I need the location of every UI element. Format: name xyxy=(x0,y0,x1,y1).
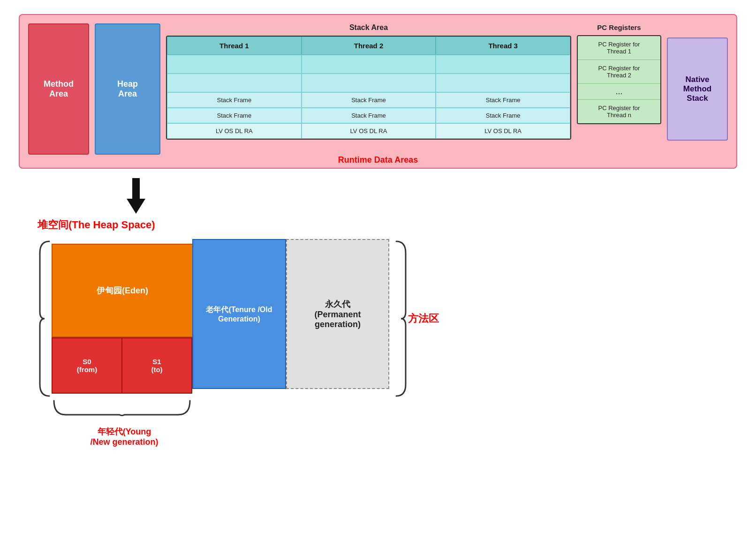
heap-space-diagram: 伊甸园(Eden) S0 (from) S1 (to) 老年代(Tenure /… xyxy=(19,239,737,398)
s0-cell: S0 (from) xyxy=(52,337,122,394)
young-generation-column: 伊甸园(Eden) S0 (from) S1 (to) xyxy=(52,244,192,394)
s1-label: S1 (to) xyxy=(151,358,162,374)
sf-t1-r2: Stack Frame xyxy=(167,108,302,123)
heap-area: Heap Area xyxy=(95,23,160,155)
pc-reg-n: PC Register forThread n xyxy=(578,100,660,123)
native-method-stack-box: Native Method Stack xyxy=(667,37,728,141)
sf-t1-r1: Stack Frame xyxy=(167,92,302,108)
empty-t3-r2 xyxy=(436,74,570,92)
right-brace-section: 方法区 xyxy=(394,239,439,398)
sf-t3-r2: Stack Frame xyxy=(436,108,570,123)
method-area-label: Method Area xyxy=(44,79,74,99)
empty-row-1 xyxy=(167,55,570,74)
pc-registers-section: PC Registers PC Register forThread 1 PC … xyxy=(577,23,661,155)
stack-threads-container: Thread 1 Thread 2 Thread 3 Stack Frame S… xyxy=(166,36,571,140)
empty-row-2 xyxy=(167,74,570,92)
thread-1-header: Thread 1 xyxy=(167,37,302,55)
lv-t2: LV OS DL RA xyxy=(302,123,436,139)
young-gen-label: 年轻代(Young /New generation) xyxy=(52,426,192,447)
native-method-stack-section: Native Method Stack xyxy=(667,23,728,155)
method-area-right-label: 方法区 xyxy=(408,312,439,326)
empty-t2-r2 xyxy=(302,74,436,92)
pc-registers-label: PC Registers xyxy=(597,23,641,31)
heap-area-label: Heap Area xyxy=(117,79,138,99)
pc-registers-box: PC Register forThread 1 PC Register forT… xyxy=(577,35,661,124)
runtime-label: Runtime Data Areas xyxy=(338,155,418,165)
stack-frame-row-2: Stack Frame Stack Frame Stack Frame xyxy=(167,108,570,123)
stack-frame-row-1: Stack Frame Stack Frame Stack Frame xyxy=(167,92,570,108)
method-area-brace-icon xyxy=(394,239,408,398)
perm-generation-cell: 永久代 (Permanent generation) xyxy=(286,239,389,389)
empty-t1-r1 xyxy=(167,55,302,74)
old-gen-label: 老年代(Tenure /Old Generation) xyxy=(206,305,272,323)
svg-marker-0 xyxy=(127,178,145,214)
pc-reg-dots: ... xyxy=(578,84,660,100)
pc-reg-2: PC Register forThread 2 xyxy=(578,60,660,84)
eden-cell: 伊甸园(Eden) xyxy=(52,244,192,337)
eden-label: 伊甸园(Eden) xyxy=(97,285,148,296)
sf-t2-r1: Stack Frame xyxy=(302,92,436,108)
empty-t3-r1 xyxy=(436,55,570,74)
stack-area-label: Stack Area xyxy=(349,23,388,32)
empty-t2-r1 xyxy=(302,55,436,74)
empty-t1-r2 xyxy=(167,74,302,92)
s1-cell: S1 (to) xyxy=(122,337,192,394)
arrow-section xyxy=(19,178,737,216)
lv-t1: LV OS DL RA xyxy=(167,123,302,139)
survivor-row: S0 (from) S1 (to) xyxy=(52,337,192,394)
young-gen-brace-icon xyxy=(52,398,192,417)
s0-label: S0 (from) xyxy=(77,358,97,374)
young-gen-brace-section: 年轻代(Young /New generation) xyxy=(19,398,737,447)
stack-area-section: Stack Area Thread 1 Thread 2 Thread 3 S xyxy=(166,23,571,155)
method-area: Method Area xyxy=(28,23,89,155)
sf-t2-r2: Stack Frame xyxy=(302,108,436,123)
sf-t3-r1: Stack Frame xyxy=(436,92,570,108)
heap-space-brace-icon xyxy=(38,239,52,398)
thread-headers-row: Thread 1 Thread 2 Thread 3 xyxy=(167,37,570,55)
lv-t3: LV OS DL RA xyxy=(436,123,570,139)
thread-3-header: Thread 3 xyxy=(436,37,570,55)
lv-row: LV OS DL RA LV OS DL RA LV OS DL RA xyxy=(167,123,570,139)
perm-gen-label: 永久代 (Permanent generation) xyxy=(314,299,361,329)
heap-space-title: 堆空间(The Heap Space) xyxy=(19,218,737,232)
thread-2-header: Thread 2 xyxy=(302,37,436,55)
down-arrow-icon xyxy=(122,178,150,216)
runtime-diagram: Method Area Heap Area Stack Area Thread … xyxy=(19,14,737,169)
old-generation-cell: 老年代(Tenure /Old Generation) xyxy=(192,239,286,389)
pc-reg-1: PC Register forThread 1 xyxy=(578,36,660,60)
native-method-stack-label: Native Method Stack xyxy=(683,75,711,103)
